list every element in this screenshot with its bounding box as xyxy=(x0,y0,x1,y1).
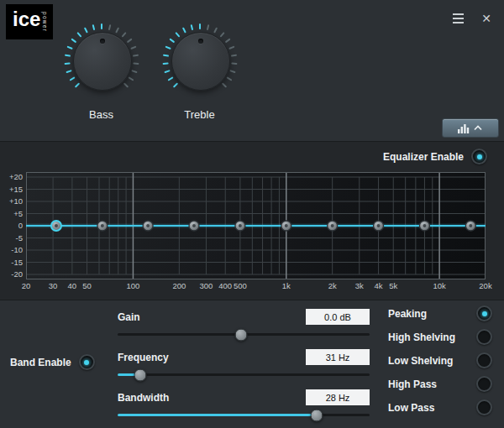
knob-tick xyxy=(115,27,119,33)
slider-track-frequency[interactable] xyxy=(118,373,370,376)
knob-tick xyxy=(123,82,128,87)
knob-tick xyxy=(76,32,81,38)
eq-band-node-center xyxy=(239,224,242,227)
eq-y-label: -20 xyxy=(11,270,23,279)
knob-tick xyxy=(121,32,126,38)
slider-value-frequency[interactable]: 31 Hz xyxy=(306,349,370,365)
eq-x-label: 10k xyxy=(433,281,445,290)
eq-graph[interactable] xyxy=(26,172,486,279)
eq-x-label: 100 xyxy=(127,281,140,290)
filter-type-label-low-pass: Low Pass xyxy=(388,402,434,414)
knob-tick xyxy=(199,23,201,29)
slider-value-bandwidth[interactable]: 28 Hz xyxy=(306,389,370,405)
band-controls-section: Band Enable Gain0.0 dBFrequency31 HzBand… xyxy=(0,300,504,428)
knob-indicator-dot xyxy=(198,39,203,44)
knob-tick xyxy=(108,23,111,29)
bass-knob-area xyxy=(60,18,144,102)
eq-x-label: 20 xyxy=(22,281,31,290)
slider-value-gain[interactable]: 0.0 dB xyxy=(306,309,370,325)
eq-band-node-center xyxy=(192,224,196,227)
treble-knob[interactable] xyxy=(171,32,230,91)
eq-x-label: 50 xyxy=(82,281,92,290)
eq-y-label: +5 xyxy=(13,210,23,218)
bars-chevron-up-icon xyxy=(458,123,483,133)
eq-x-label: 400 xyxy=(218,281,232,290)
filter-type-peaking[interactable]: Peaking xyxy=(388,305,492,321)
slider-fill xyxy=(118,414,317,416)
eq-y-label: -5 xyxy=(16,234,23,243)
slider-track-gain[interactable] xyxy=(118,333,370,336)
eq-y-label: -15 xyxy=(11,258,23,267)
filter-type-label-high-pass: High Pass xyxy=(388,378,437,390)
eq-graph-wrap: +20+15+10+50-5-10-15-20 xyxy=(4,172,486,279)
knob-tick xyxy=(64,54,70,56)
slider-handle-bandwidth[interactable] xyxy=(311,409,323,421)
logo-subtext: power xyxy=(42,10,48,32)
eq-x-label: 200 xyxy=(172,281,186,290)
eq-collapse-button[interactable] xyxy=(442,118,499,138)
eq-band-node-center xyxy=(469,224,472,227)
knob-tick xyxy=(231,62,237,65)
knob-tick xyxy=(71,38,76,43)
filter-type-low-pass[interactable]: Low Pass xyxy=(388,399,492,415)
knob-tick xyxy=(132,54,138,56)
knob-tick xyxy=(74,82,79,87)
knob-tick xyxy=(101,23,102,29)
filter-type-radio-high-pass[interactable] xyxy=(476,376,492,392)
knob-tick xyxy=(226,76,232,81)
menu-icon[interactable] xyxy=(451,12,465,25)
eq-band-node-center xyxy=(101,224,104,227)
filter-type-radio-high-shelving[interactable] xyxy=(476,329,492,345)
filter-type-radio-peaking[interactable] xyxy=(476,305,492,321)
eq-band-node-center xyxy=(423,224,426,227)
knob-tick xyxy=(126,38,132,43)
eq-band-node-center xyxy=(285,224,288,227)
knob-tick xyxy=(219,32,224,38)
bass-knob-block: Bass xyxy=(52,18,150,121)
treble-knob-label: Treble xyxy=(150,108,249,121)
filter-type-list: PeakingHigh ShelvingLow ShelvingHigh Pas… xyxy=(388,305,492,423)
filter-type-radio-low-shelving[interactable] xyxy=(476,352,492,368)
slider-group-bandwidth: Bandwidth28 Hz xyxy=(118,389,370,416)
band-enable-radio[interactable] xyxy=(79,354,95,370)
knob-tick xyxy=(66,45,72,50)
filter-type-low-shelving[interactable]: Low Shelving xyxy=(388,352,492,368)
eq-x-label: 2k xyxy=(328,281,337,290)
slider-track-bandwidth[interactable] xyxy=(118,414,370,416)
eq-band-node-center xyxy=(331,224,334,227)
eq-band-node-center xyxy=(55,224,58,227)
slider-group-frequency: Frequency31 Hz xyxy=(118,349,370,376)
filter-type-high-shelving[interactable]: High Shelving xyxy=(388,329,492,345)
eq-x-label: 40 xyxy=(68,281,77,290)
close-icon[interactable]: ✕ xyxy=(481,13,491,24)
filter-type-high-pass[interactable]: High Pass xyxy=(388,376,492,392)
equalizer-panel: Equalizer Enable +20+15+10+50-5-10-15-20… xyxy=(0,141,504,300)
bass-knob-label: Bass xyxy=(52,108,150,121)
tone-knobs: Bass Treble xyxy=(52,18,249,121)
eq-x-label: 5k xyxy=(389,281,397,290)
slider-label-bandwidth: Bandwidth xyxy=(118,392,169,404)
treble-knob-block: Treble xyxy=(150,18,249,121)
knob-tick xyxy=(83,27,87,33)
filter-type-label-low-shelving: Low Shelving xyxy=(388,355,453,367)
eq-x-label: 4k xyxy=(375,281,383,290)
knob-tick xyxy=(172,82,177,87)
knob-tick xyxy=(167,76,173,81)
filter-type-radio-low-pass[interactable] xyxy=(476,399,492,415)
equalizer-enable-radio[interactable] xyxy=(471,149,487,164)
logo-text: ice xyxy=(13,10,40,32)
eq-y-label: -10 xyxy=(11,246,23,254)
bass-knob[interactable] xyxy=(73,32,132,91)
knob-tick xyxy=(230,54,236,56)
slider-label-frequency: Frequency xyxy=(118,352,169,363)
slider-handle-gain[interactable] xyxy=(235,328,248,341)
band-enable-label: Band Enable xyxy=(10,357,71,368)
knob-tick xyxy=(206,23,209,29)
band-enable-row: Band Enable xyxy=(10,354,95,370)
treble-knob-area xyxy=(158,18,242,102)
slider-label-gain: Gain xyxy=(118,311,140,323)
knob-tick xyxy=(133,62,139,65)
knob-tick xyxy=(69,76,75,81)
knob-tick xyxy=(228,45,234,50)
slider-handle-frequency[interactable] xyxy=(134,368,147,381)
